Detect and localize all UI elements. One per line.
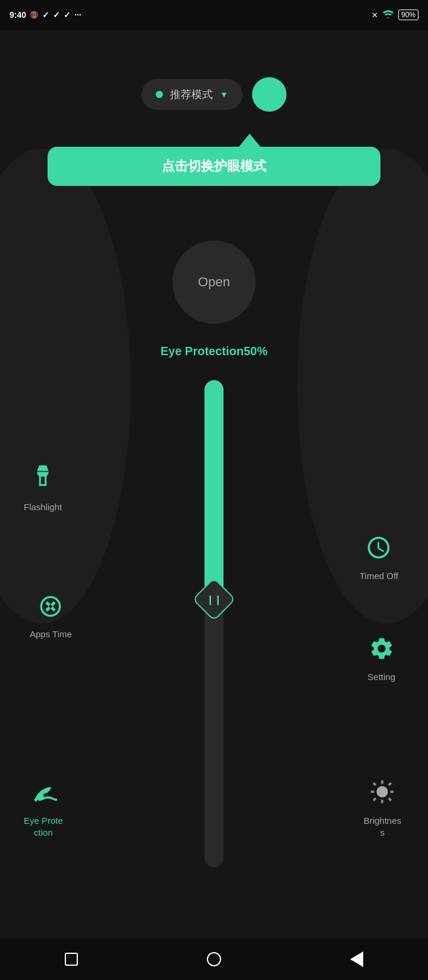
slider-track: ❙❙ <box>204 380 224 867</box>
check-icon-1: ✓ <box>42 10 49 20</box>
status-left: 9:40 📵 ✓ ✓ ✓ ··· <box>10 10 81 20</box>
timed-off-label: Timed Off <box>360 570 398 582</box>
svg-point-0 <box>377 786 388 797</box>
eye-protection-nav-label: Eye Protection <box>24 815 63 838</box>
nav-bar <box>0 938 428 980</box>
mode-dropdown[interactable]: 推荐模式 ▼ <box>141 79 243 110</box>
nav-item-setting[interactable]: Setting <box>367 636 395 683</box>
signal-icon: 📵 <box>30 11 39 19</box>
setting-label: Setting <box>367 671 395 683</box>
nav-item-apps-time[interactable]: Apps Time <box>30 594 72 640</box>
dropdown-arrow-icon: ▼ <box>220 90 228 99</box>
background: 推荐模式 ▼ 点击切换护眼模式 Open Eye Protection50% ❙… <box>0 30 428 980</box>
tooltip-arrow <box>239 134 260 147</box>
time-display: 9:40 <box>10 10 26 20</box>
timed-off-icon <box>366 535 392 564</box>
flashlight-icon <box>32 463 54 495</box>
brightness-icon <box>369 778 396 809</box>
more-icon: ··· <box>74 10 81 20</box>
mode-selector-area: 推荐模式 ▼ <box>0 77 428 112</box>
tooltip-box[interactable]: 点击切换护眼模式 <box>48 147 380 186</box>
wifi-icon <box>383 10 394 20</box>
brightness-slider[interactable]: ❙❙ <box>196 380 232 867</box>
close-icon: ✕ <box>372 11 378 20</box>
nav-item-flashlight[interactable]: Flashlight <box>24 463 62 513</box>
setting-icon <box>369 636 395 665</box>
back-triangle-icon <box>350 951 363 967</box>
apps-time-label: Apps Time <box>30 628 72 640</box>
battery-display: 90% <box>398 10 418 20</box>
svg-line-7 <box>373 798 376 801</box>
apps-time-icon <box>38 594 63 622</box>
flashlight-label: Flashlight <box>24 501 62 513</box>
brightness-label: Brightness <box>364 815 401 838</box>
pause-icon: ❙❙ <box>206 594 222 605</box>
nav-item-brightness[interactable]: Brightness <box>364 778 401 838</box>
svg-line-5 <box>373 783 376 785</box>
check-icon-2: ✓ <box>53 10 60 20</box>
eye-protection-icon <box>30 778 57 809</box>
home-button[interactable] <box>202 947 226 971</box>
check-icon-3: ✓ <box>64 10 71 20</box>
nav-item-eye-protection[interactable]: Eye Protection <box>24 778 63 838</box>
mode-label: 推荐模式 <box>170 87 213 102</box>
status-bar: 9:40 📵 ✓ ✓ ✓ ··· ✕ 90% <box>0 0 428 30</box>
home-circle-icon <box>207 952 221 966</box>
open-label: Open <box>198 274 230 290</box>
svg-line-6 <box>389 798 391 801</box>
nav-item-timed-off[interactable]: Timed Off <box>360 535 398 582</box>
mode-dot <box>156 91 163 98</box>
slider-handle[interactable]: ❙❙ <box>192 577 236 621</box>
eye-protection-percentage: Eye Protection50% <box>0 344 428 358</box>
tooltip-text: 点击切换护眼模式 <box>162 159 266 173</box>
status-right: ✕ 90% <box>372 10 418 20</box>
recent-apps-button[interactable] <box>59 947 83 971</box>
open-button[interactable]: Open <box>172 241 256 324</box>
shield-button[interactable] <box>252 77 287 112</box>
back-button[interactable] <box>345 947 369 971</box>
tooltip-area: 点击切换护眼模式 <box>48 134 380 186</box>
svg-line-8 <box>389 783 391 785</box>
square-icon <box>65 953 78 966</box>
open-area: Open <box>172 241 256 324</box>
